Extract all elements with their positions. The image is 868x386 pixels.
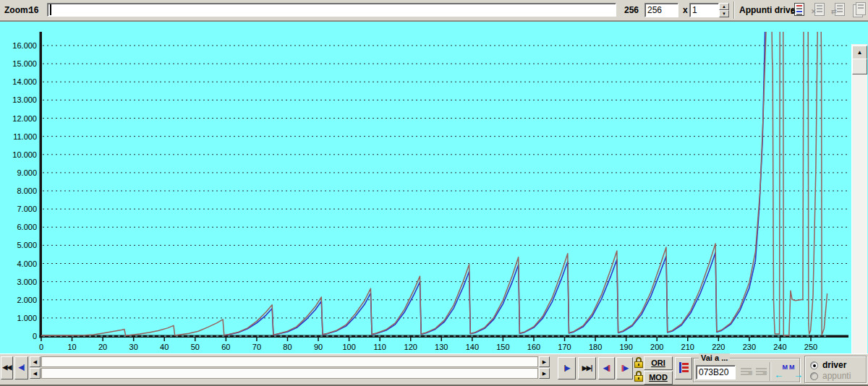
step-forward-button[interactable]: |▶	[558, 357, 576, 379]
radio-driver-label[interactable]: driver	[822, 360, 846, 370]
x-axis-tick-label: 30	[129, 343, 138, 351]
y-axis-tick-label: 5.000	[17, 241, 37, 249]
ori-lock-icon	[634, 357, 643, 368]
ori-series-line	[41, 22, 827, 335]
x-axis-tick-label: 190	[619, 343, 632, 351]
x-axis-tick-label: 240	[773, 343, 786, 351]
y-axis-tick-label: 9.000	[17, 168, 37, 177]
x-axis-tick-label: 150	[496, 343, 509, 351]
goto-address-input[interactable]: 073B20	[696, 365, 736, 379]
prev-step-button[interactable]: ◀|	[14, 356, 28, 379]
y-axis-tick-label: 6.000	[17, 223, 37, 231]
x-axis-tick-label: 110	[373, 343, 386, 351]
x-axis-tick-label: 220	[712, 343, 725, 351]
vscroll-thumb[interactable]	[852, 59, 867, 74]
y-axis-tick-label: 16.000	[12, 41, 37, 50]
top-toolbar: Zoom: 16 256 256 x 1 ▲ ▼ Appunti driver:…	[0, 0, 868, 21]
bookmark-next-icon: ▶	[755, 366, 767, 378]
driver-exchange-icon: ⇄	[831, 2, 847, 19]
marker-right-arrow-icon: →	[793, 369, 803, 380]
y-axis-tick-label: 1.000	[17, 314, 37, 322]
x-axis-tick-label: 250	[804, 343, 817, 351]
compare-view-button[interactable]	[675, 357, 692, 379]
y-axis-tick-label: 2.000	[17, 296, 37, 304]
y-axis-tick-label: 12.000	[12, 114, 37, 123]
radio-appunti-label: appunti	[822, 371, 851, 381]
scroll-up-icon[interactable]: ▲	[852, 46, 867, 60]
goto-group: Vai a ... 073B20 ◀ ▶ M ← M →	[693, 358, 800, 382]
y-axis-tick-label: 4.000	[17, 260, 37, 268]
zoom-position-slider[interactable]	[47, 3, 616, 17]
x-axis-tick-label: 60	[221, 343, 230, 351]
mod-button[interactable]: MOD	[644, 371, 673, 385]
y-axis-tick-label: 3.000	[17, 278, 37, 286]
range-input[interactable]: 256	[644, 3, 678, 17]
zoom-label: Zoom:	[4, 0, 31, 21]
mod-lock-icon	[634, 371, 643, 382]
driver-paste-icon: ✕	[811, 2, 827, 19]
radio-driver[interactable]	[810, 361, 818, 369]
target-group: driver appunti	[804, 356, 867, 383]
toolbar-separator	[733, 1, 735, 19]
driver-duplicate-icon	[851, 2, 867, 19]
goto-group-label: Vai a ...	[699, 353, 730, 362]
bookmark-prev-icon: ◀	[740, 366, 752, 378]
y-axis-tick-label: 7.000	[17, 205, 37, 213]
x-axis-tick-label: 90	[314, 343, 323, 351]
x-axis-tick-label: 70	[252, 343, 261, 351]
x-axis-tick-label: 100	[342, 343, 355, 351]
factor-spinner[interactable]: ▲ ▼	[719, 3, 729, 17]
x-axis-tick-label: 50	[191, 343, 200, 351]
hscroll-ori-left-icon[interactable]: ◀	[30, 356, 41, 367]
x-axis-tick-label: 210	[681, 343, 694, 351]
radio-appunti	[810, 372, 818, 380]
x-axis-tick-label: 130	[435, 343, 448, 351]
x-axis-tick-label: 230	[743, 343, 756, 351]
chart-vertical-scrollbar[interactable]: ▲ ▼	[851, 44, 867, 374]
x-axis-tick-label: 0	[39, 343, 43, 351]
hscroll-mod-left-icon[interactable]: ◀	[30, 368, 41, 379]
spinner-up-icon[interactable]: ▲	[719, 3, 729, 10]
prev-map-button[interactable]: ◀◀	[1, 356, 13, 379]
hscroll-mod-track[interactable]	[41, 368, 538, 379]
x-axis-tick-label: 170	[558, 343, 571, 351]
spinner-down-icon[interactable]: ▼	[719, 10, 729, 17]
mod-series-line	[224, 22, 765, 335]
times-label: x	[683, 0, 688, 21]
hscroll-ori-right-icon[interactable]: ▶	[539, 356, 550, 367]
x-axis-tick-label: 200	[650, 343, 663, 351]
y-axis-line	[40, 32, 43, 338]
x-axis-tick-label: 140	[466, 343, 479, 351]
next-difference-button[interactable]: ||▶	[616, 357, 633, 379]
marker-right-button[interactable]: M →	[788, 364, 803, 382]
x-axis-tick-label: 160	[527, 343, 540, 351]
x-axis-tick-label: 10	[67, 343, 76, 351]
ori-button[interactable]: ORI	[644, 356, 673, 370]
y-axis-tick-label: 11.000	[13, 132, 37, 141]
y-axis-tick-label: 10.000	[12, 150, 37, 159]
y-axis-tick-label: 8.000	[17, 186, 37, 195]
hscroll-ori-track[interactable]	[41, 356, 538, 367]
map-2d-view[interactable]: 01.0002.0003.0004.0005.0006.0007.0008.00…	[0, 21, 868, 353]
marker-left-arrow-icon: ←	[774, 369, 783, 380]
y-axis-tick-label: 15.000	[12, 59, 37, 68]
x-axis-tick-label: 20	[98, 343, 107, 351]
x-axis-tick-label: 80	[283, 343, 292, 351]
driver-copy-icon[interactable]: D	[791, 2, 807, 19]
y-axis-tick-label: 14.000	[12, 77, 37, 86]
slider-thumb[interactable]	[50, 4, 51, 15]
x-axis-tick-label: 180	[589, 343, 602, 351]
goto-separator	[770, 362, 771, 381]
factor-input[interactable]: 1	[689, 3, 719, 17]
map-2d-chart: 01.0002.0003.0004.0005.0006.0007.0008.00…	[0, 22, 868, 354]
x-axis-tick-label: 120	[404, 343, 417, 351]
bottom-toolbar: ◀◀ ◀| ◀ ▶ ◀ ▶ |▶ ▶▶| ◀|| ||▶ ORI MOD Vai…	[0, 353, 868, 386]
y-axis-tick-label: 0	[33, 332, 37, 340]
prev-difference-button[interactable]: ◀||	[598, 357, 615, 379]
marker-left-button[interactable]: M ←	[774, 364, 788, 382]
hscroll-mod-right-icon[interactable]: ▶	[539, 368, 550, 379]
go-to-end-button[interactable]: ▶▶|	[578, 357, 596, 379]
range-label: 256	[624, 0, 639, 21]
map-editor-window: Zoom: 16 256 256 x 1 ▲ ▼ Appunti driver:…	[0, 0, 868, 386]
x-axis-tick-label: 40	[160, 343, 169, 351]
